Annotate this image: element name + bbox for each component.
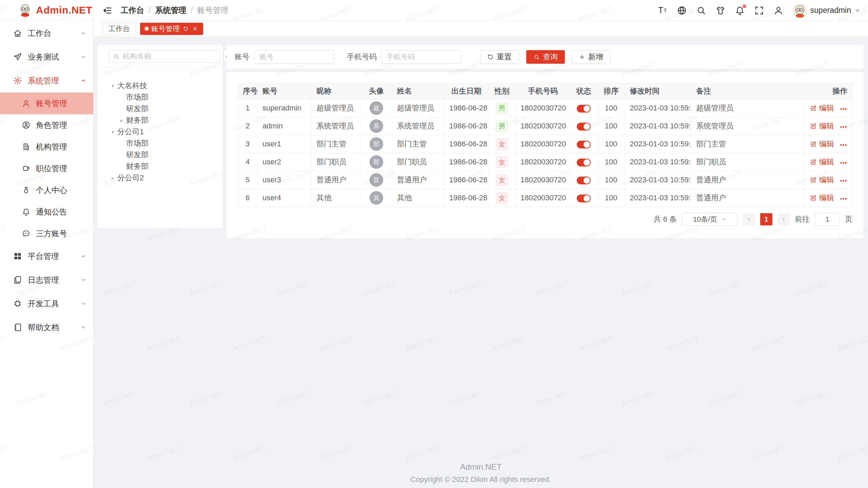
row-more-button[interactable]: ••• [840,106,847,112]
cell-name: 普通用户 [392,171,444,189]
cell-status [570,171,597,189]
breadcrumb-item[interactable]: 系统管理 [155,5,186,16]
avatar: 其 [370,191,383,205]
cell-name: 部门主管 [392,135,444,153]
tree-node[interactable]: 市场部 [98,138,222,149]
tree-node[interactable]: ▸财务部 [98,115,222,126]
chevron-down-icon [80,301,86,307]
goto-page-input[interactable]: 1 [815,213,840,226]
status-toggle[interactable] [577,105,591,113]
status-toggle[interactable] [577,141,591,148]
row-more-button[interactable]: ••• [840,124,847,130]
edit-button[interactable]: 编辑 [810,193,834,203]
status-toggle[interactable] [577,177,591,184]
cell-remark: 超级管理员 [691,99,805,117]
reset-button[interactable]: 重置 [480,50,519,64]
sidebar-item-6[interactable]: 帮助文档 [0,316,93,339]
tree-node-label: 财务部 [126,161,149,171]
cell-modified: 2023-01-03 10:59:44 [625,99,691,117]
status-toggle[interactable] [577,159,591,166]
sidebar-subitem-4[interactable]: 个人中心 [0,179,93,201]
sidebar-subitem-label: 账号管理 [36,98,67,109]
sidebar-subitem-3[interactable]: 职位管理 [0,158,93,179]
current-page[interactable]: 1 [760,213,772,225]
sidebar-item-4[interactable]: 日志管理 [0,268,93,292]
edit-button[interactable]: 编辑 [810,139,834,149]
breadcrumb-item[interactable]: 工作台 [121,5,144,16]
sidebar-subitem-2[interactable]: 机构管理 [0,136,93,158]
sidebar-item-3[interactable]: 平台管理 [0,244,93,268]
tree-caret-down-icon[interactable]: ▾ [108,129,117,135]
add-button[interactable]: 新增 [572,50,610,64]
tab-active[interactable]: 账号管理 [140,23,203,35]
next-page-button[interactable] [777,213,790,225]
org-panel: ••• ▾大名科技市场部研发部▸财务部▾分公司1市场部研发部财务部▸分公司2 [98,45,222,228]
font-size-icon[interactable]: TT [657,5,668,16]
edit-label: 编辑 [819,103,834,113]
sidebar-item-5[interactable]: 开发工具 [0,292,93,316]
tree-node[interactable]: 市场部 [98,92,222,103]
tab-refresh-icon[interactable] [183,26,189,32]
tab-close-icon[interactable] [192,26,198,32]
cell-account: admin [257,117,311,135]
fullscreen-icon[interactable] [754,5,764,16]
sidebar-subitem-5[interactable]: 通知公告 [0,201,93,223]
cell-ops: 编辑••• [805,189,852,207]
status-toggle[interactable] [577,195,591,202]
table-row: 2admin系统管理员系系统管理员1986-06-28男180200307201… [238,117,852,135]
user-menu[interactable]: superadmin [793,3,861,18]
cell-remark: 部门主管 [691,135,805,153]
search-icon[interactable] [696,5,706,16]
edit-button[interactable]: 编辑 [810,175,834,185]
sidebar-subitem-0[interactable]: 账号管理 [0,93,93,114]
page-size-select[interactable]: 10条/页 [682,213,738,226]
menu-fold-icon[interactable] [102,5,113,16]
tree-caret-right-icon[interactable]: ▸ [108,175,117,181]
account-input[interactable] [254,50,334,64]
sidebar-item-2[interactable]: 系统管理 [0,69,93,93]
sidebar-item-0[interactable]: 工作台 [0,21,93,45]
cell-sort: 100 [597,171,625,189]
edit-button[interactable]: 编辑 [810,121,834,131]
tree-node[interactable]: 研发部 [98,103,222,115]
cell-index: 1 [238,99,258,117]
row-more-button[interactable]: ••• [840,160,847,166]
sidebar-subitem-6[interactable]: 三方账号 [0,223,93,244]
tree-node[interactable]: ▸分公司2 [98,172,222,184]
tree-node[interactable]: 财务部 [98,161,222,172]
org-search-input[interactable] [122,52,215,61]
tree-caret-down-icon[interactable]: ▾ [108,83,117,89]
query-button[interactable]: 查询 [526,50,565,64]
sidebar-subitem-label: 三方账号 [36,228,67,239]
row-more-button[interactable]: ••• [840,142,847,148]
language-icon[interactable] [677,5,687,16]
row-more-button[interactable]: ••• [840,196,847,202]
tree-node[interactable]: 研发部 [98,149,222,161]
sidebar-subitem-1[interactable]: 角色管理 [0,114,93,136]
chevron-up-icon [80,78,86,84]
tree-caret-right-icon[interactable]: ▸ [117,117,126,124]
prev-page-button[interactable] [743,213,755,225]
tab-0[interactable]: 工作台 [102,23,136,35]
row-more-button[interactable]: ••• [840,178,847,184]
profile-person-icon[interactable] [773,5,784,16]
table-row: 6user4其他其其他1986-06-28女180200307201002023… [238,189,852,207]
tree-node[interactable]: ▾大名科技 [98,80,222,92]
table-row: 4user2部门职员部部门职员1986-06-28女18020030720100… [238,153,852,171]
cell-remark: 部门职员 [691,153,805,171]
tree-node[interactable]: ▾分公司1 [98,126,222,138]
brand-logo[interactable]: Admin.NET [0,0,93,21]
cell-sort: 100 [597,117,625,135]
cell-status [570,135,597,153]
phone-input[interactable] [381,50,461,64]
footer-title: Admin.NET [94,462,868,472]
gender-badge: 女 [496,174,508,186]
notification-bell-icon[interactable] [735,5,745,16]
edit-button[interactable]: 编辑 [810,157,834,167]
theme-tshirt-icon[interactable] [715,5,726,16]
chevron-left-icon [746,217,752,222]
edit-button[interactable]: 编辑 [810,103,834,113]
sidebar-item-label: 开发工具 [28,299,80,309]
sidebar-item-1[interactable]: 业务测试 [0,45,93,69]
status-toggle[interactable] [577,123,591,130]
